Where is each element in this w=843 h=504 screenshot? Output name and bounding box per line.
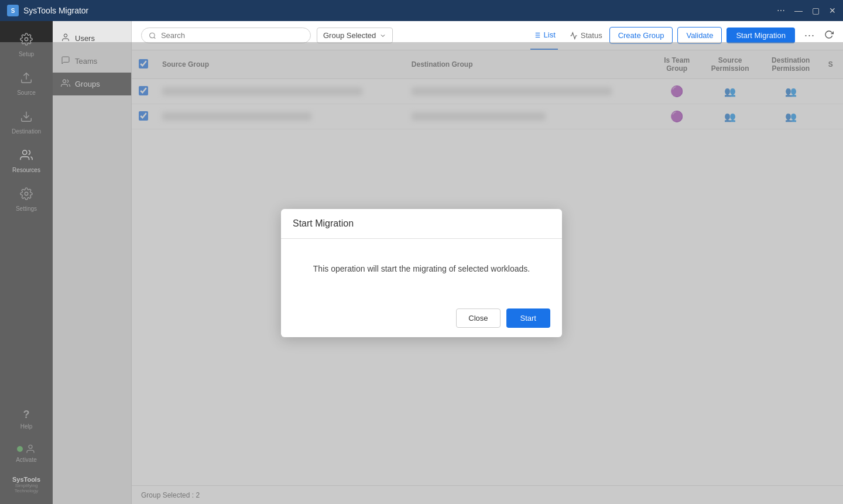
list-icon [533,31,541,39]
app-icon: S [7,5,19,16]
modal-overlay: Start Migration This operation will star… [0,42,843,504]
group-selected-dropdown[interactable]: Group Selected [317,28,393,43]
modal-start-button[interactable]: Start [506,308,550,328]
more-options-button[interactable]: ··· [800,27,820,44]
titlebar: S SysTools Migrator ⋯ — ▢ ✕ [0,0,843,21]
modal-footer: Close Start [281,299,562,337]
maximize-button[interactable]: — [794,6,803,15]
tab-list-label: List [544,30,556,39]
search-box[interactable] [141,28,311,43]
restore-button[interactable]: ▢ [812,6,820,15]
svg-point-6 [64,34,67,37]
window-controls: ⋯ — ▢ ✕ [777,6,836,15]
nav-label-users: Users [75,34,95,43]
svg-point-0 [25,37,28,41]
start-migration-modal: Start Migration This operation will star… [281,209,562,337]
minimize-button[interactable]: ⋯ [777,6,785,15]
close-button[interactable]: ✕ [829,6,836,15]
app-title: SysTools Migrator [23,6,88,15]
modal-title: Start Migration [293,218,354,228]
modal-header: Start Migration [281,209,562,239]
svg-point-8 [150,33,155,38]
status-icon [570,32,578,40]
svg-line-9 [154,37,155,38]
search-input[interactable] [161,31,303,40]
validate-button[interactable]: Validate [677,27,722,44]
group-selected-label: Group Selected [323,31,376,40]
modal-body-text: This operation will start the migrating … [313,264,530,273]
modal-body: This operation will start the migrating … [281,239,562,299]
modal-close-button[interactable]: Close [456,308,500,328]
create-group-button[interactable]: Create Group [609,27,673,44]
dropdown-chevron-icon [379,32,386,39]
search-icon [149,32,156,40]
start-migration-button[interactable]: Start Migration [727,28,795,43]
tab-status-label: Status [581,31,602,40]
refresh-button[interactable] [824,30,834,42]
